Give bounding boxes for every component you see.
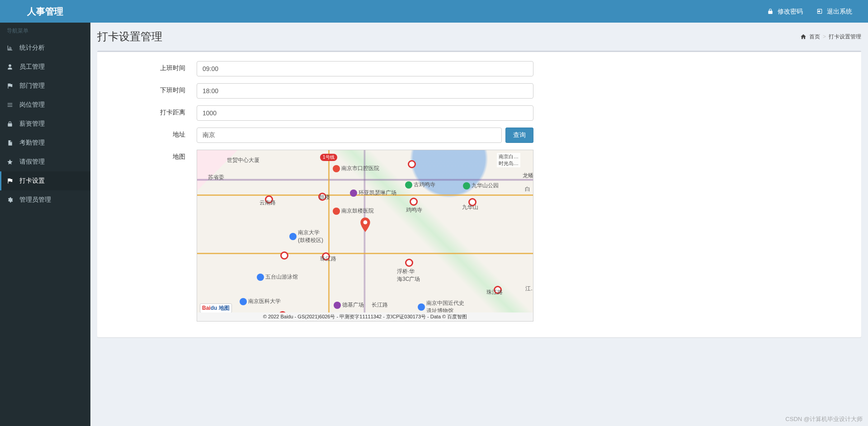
sidebar-item-3[interactable]: 岗位管理 [0, 95, 90, 114]
map-poi: 珠江路 [320, 255, 336, 263]
distance-label: 打卡距离 [106, 105, 197, 117]
poi-red-icon [333, 208, 340, 215]
address-label: 地址 [106, 128, 197, 139]
watermark: CSDN @计算机毕业设计大师 [785, 415, 863, 423]
end-time-label: 下班时间 [106, 83, 197, 95]
star-icon [7, 158, 16, 166]
metro-station-icon [408, 160, 416, 168]
user-icon [7, 63, 16, 71]
sidebar-item-1[interactable]: 员工管理 [0, 57, 90, 76]
map-corner-label: 南京白… 时光岛… [497, 153, 520, 167]
sidebar-item-label: 岗位管理 [19, 101, 45, 109]
flag-icon [7, 177, 16, 185]
flag-icon [7, 82, 16, 90]
sidebar-item-0[interactable]: 统计分析 [0, 38, 90, 57]
map-poi: 南京鼓楼医院 [333, 207, 374, 215]
sidebar-title: 导航菜单 [0, 23, 90, 38]
file-icon [7, 139, 16, 147]
map-copyright: © 2022 Baidu - GS(2021)6026号 - 甲测资字11111… [197, 312, 533, 321]
poi-blue-icon [240, 298, 247, 305]
logout-link[interactable]: 退出系统 [810, 0, 859, 23]
map-poi: 鸡鸣寺 [406, 206, 422, 214]
map-poi: 南京市口腔医院 [333, 165, 379, 172]
sidebar-item-label: 部门管理 [19, 82, 45, 90]
poi-green-icon [463, 182, 470, 189]
logout-icon [816, 8, 823, 15]
breadcrumb-sep: > [823, 33, 826, 40]
poi-blue-icon [289, 233, 297, 240]
map-poi: 德基广场 [334, 301, 364, 309]
sidebar-item-label: 统计分析 [19, 44, 45, 52]
map-poi: 南京大学 (鼓楼校区) [289, 229, 323, 244]
logout-label: 退出系统 [827, 8, 852, 15]
sidebar-item-label: 请假管理 [19, 158, 45, 166]
address-input[interactable] [197, 128, 502, 143]
top-header: 人事管理 修改密码 退出系统 [0, 0, 868, 23]
map-poi: 云南路 [259, 199, 276, 207]
gear-icon [7, 196, 16, 204]
sidebar-item-label: 薪资管理 [19, 120, 45, 128]
map-label: 地图 [106, 150, 197, 161]
metro-station-icon [410, 198, 418, 206]
metro-line-tag: 1号线 [320, 154, 337, 161]
map-poi: 江… [525, 285, 533, 293]
home-icon [800, 33, 807, 40]
svg-point-0 [363, 221, 367, 225]
search-button[interactable]: 查询 [505, 128, 533, 143]
poi-purple-icon [350, 189, 357, 197]
map-poi: 苏省委 [208, 174, 224, 181]
main-content: 打卡设置管理 首页 > 打卡设置管理 上班时间 下班时间 [90, 23, 868, 426]
map-marker-icon [360, 218, 370, 232]
change-password-label: 修改密码 [778, 8, 803, 15]
map-poi: 长江路 [372, 301, 388, 309]
start-time-input[interactable] [197, 61, 533, 76]
map-poi: 古鸡鸣寺 [405, 181, 435, 189]
chart-icon [7, 44, 16, 52]
lock-icon [7, 120, 16, 128]
map-poi: 世贸中心大厦 [227, 156, 259, 164]
map-poi: 五台山游泳馆 [257, 273, 298, 281]
poi-red-icon [333, 165, 340, 172]
baidu-logo: Baidu Baidu 地图地图 [200, 303, 232, 313]
start-time-label: 上班时间 [106, 61, 197, 72]
sidebar-item-7[interactable]: 打卡设置 [0, 171, 90, 190]
change-password-link[interactable]: 修改密码 [760, 0, 810, 23]
sidebar-item-label: 管理员管理 [19, 196, 51, 204]
map-poi: 龙蟠路 [523, 172, 533, 180]
metro-station-icon [405, 259, 413, 267]
page-title: 打卡设置管理 [97, 29, 162, 44]
sidebar-item-4[interactable]: 薪资管理 [0, 114, 90, 133]
map-widget[interactable]: 1号线 南京白… 时光岛… 世贸中心大厦南京市口腔医院古鸡鸣寺九华山公园环亚凯瑟… [197, 150, 533, 322]
poi-green-icon [405, 181, 412, 189]
sidebar-item-5[interactable]: 考勤管理 [0, 133, 90, 152]
map-poi: 鼓楼 [319, 194, 330, 201]
map-poi: 九华山公园 [463, 182, 499, 189]
sidebar-item-6[interactable]: 请假管理 [0, 152, 90, 171]
poi-blue-icon [257, 274, 264, 281]
metro-station-icon [280, 251, 288, 260]
map-poi: 南京医科大学 [240, 298, 281, 305]
lock-icon [767, 8, 774, 15]
breadcrumb-home[interactable]: 首页 [809, 33, 820, 41]
form-panel: 上班时间 下班时间 打卡距离 地址 [97, 51, 861, 337]
sidebar-item-2[interactable]: 部门管理 [0, 76, 90, 95]
sidebar: 导航菜单 统计分析员工管理部门管理岗位管理薪资管理考勤管理请假管理打卡设置管理员… [0, 23, 90, 426]
sidebar-item-label: 员工管理 [19, 63, 45, 71]
poi-blue-icon [418, 303, 425, 311]
list-icon [7, 101, 16, 109]
distance-input[interactable] [197, 105, 533, 121]
map-poi: 九华山 [462, 204, 478, 211]
map-poi: 珠江路 [486, 289, 503, 296]
breadcrumb: 首页 > 打卡设置管理 [800, 33, 861, 41]
map-poi: 浮桥·华 海3C广场 [397, 268, 420, 283]
app-logo: 人事管理 [0, 0, 90, 23]
content-header: 打卡设置管理 首页 > 打卡设置管理 [97, 29, 861, 44]
poi-purple-icon [334, 302, 341, 309]
header-right: 修改密码 退出系统 [760, 0, 868, 23]
sidebar-item-8[interactable]: 管理员管理 [0, 190, 90, 209]
end-time-input[interactable] [197, 83, 533, 99]
sidebar-item-label: 打卡设置 [19, 177, 45, 185]
breadcrumb-current: 打卡设置管理 [829, 33, 861, 41]
sidebar-item-label: 考勤管理 [19, 139, 45, 147]
map-poi: 环亚凯瑟琳广场 [350, 189, 396, 197]
